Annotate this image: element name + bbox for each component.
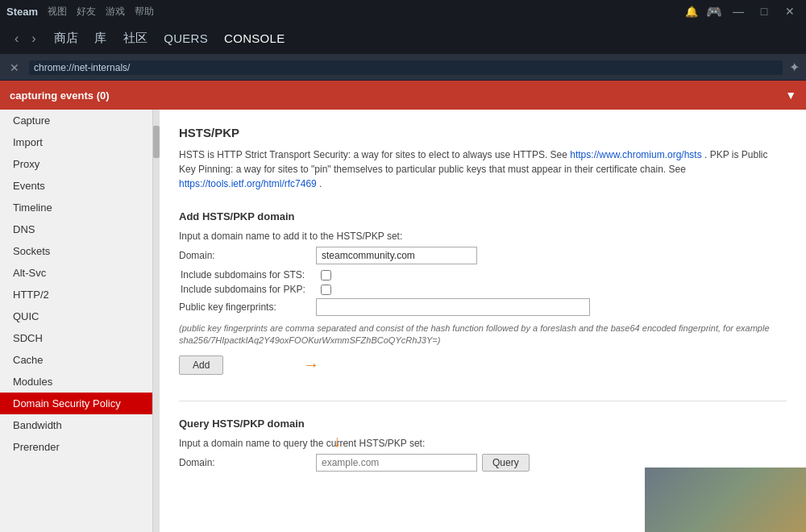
title-bar-controls: 🔔 🎮 — □ ✕ (683, 3, 800, 19)
nav-quers[interactable]: QUERS (164, 31, 208, 45)
main-title: HSTS/PKP (179, 126, 787, 139)
sidebar-scrolltrack[interactable] (153, 110, 160, 532)
domain-row: Domain: (179, 247, 787, 264)
rfc-link[interactable]: https://tools.ietf.org/html/rfc7469 (179, 178, 317, 189)
sidebar-item-cache[interactable]: Cache (0, 349, 152, 371)
public-key-input[interactable] (316, 298, 590, 316)
query-domain-input[interactable] (316, 454, 477, 472)
address-input[interactable] (29, 60, 783, 75)
sidebar-item-sdch[interactable]: SDCH (0, 327, 152, 349)
capture-arrow[interactable]: ▼ (785, 89, 796, 102)
notification-icon: 🔔 (683, 3, 700, 19)
address-bar: ✕ ✦ (0, 55, 806, 81)
sidebar-item-bandwidth[interactable]: Bandwidth (0, 414, 152, 436)
main-content: Capture Import Proxy Events Timeline DNS… (0, 110, 806, 532)
sidebar-item-quic[interactable]: QUIC (0, 305, 152, 327)
menu-friends[interactable]: 好友 (77, 5, 96, 19)
desc-text-3: . (319, 178, 322, 189)
title-bar-menus: Steam 视图 好友 游戏 帮助 (6, 5, 154, 19)
include-sts-checkbox[interactable] (321, 270, 331, 281)
nav-bar: ‹ › 商店 库 社区 QUERS CONSOLE (0, 23, 806, 55)
sidebar-item-capture[interactable]: Capture (0, 110, 152, 131)
sidebar-item-sockets[interactable]: Sockets (0, 240, 152, 262)
query-button[interactable]: Query (482, 454, 530, 472)
include-pkp-checkbox[interactable] (321, 285, 331, 295)
nav-community[interactable]: 社区 (123, 31, 148, 46)
nav-links: 商店 库 社区 QUERS CONSOLE (44, 31, 796, 46)
controller-icon: 🎮 (706, 4, 722, 19)
sidebar-item-http2[interactable]: HTTP/2 (0, 284, 152, 305)
query-instruction-row: Input a domain name to query the current… (179, 438, 787, 449)
query-domain-label: Domain: (179, 457, 316, 468)
domain-label: Domain: (179, 250, 316, 261)
sts-checkbox-row: Include subdomains for STS: (179, 269, 787, 281)
public-key-label: Public key fingerprints: (179, 301, 316, 313)
sidebar-item-events[interactable]: Events (0, 175, 152, 197)
query-instruction: Input a domain name to query the current… (179, 438, 425, 449)
maximize-button[interactable]: □ (754, 4, 774, 19)
minimize-button[interactable]: — (729, 4, 748, 19)
sidebar-item-import[interactable]: Import (0, 131, 152, 153)
menu-view[interactable]: 视图 (48, 5, 67, 19)
add-instruction-row: Input a domain name to add it to the HST… (179, 231, 787, 242)
sidebar-item-timeline[interactable]: Timeline (0, 197, 152, 218)
address-close-icon[interactable]: ✕ (6, 60, 23, 76)
title-bar: Steam 视图 好友 游戏 帮助 🔔 🎮 — □ ✕ (0, 0, 806, 23)
steam-logo[interactable]: Steam (6, 6, 38, 18)
sidebar-item-prerender[interactable]: Prerender (0, 436, 152, 458)
note-text: (public key fingerprints are comma separ… (179, 322, 787, 347)
forward-button[interactable]: › (27, 28, 40, 49)
domain-input[interactable] (316, 247, 477, 264)
back-button[interactable]: ‹ (10, 28, 23, 49)
include-sts-label: Include subdomains for STS: (181, 269, 316, 281)
capture-label: capturing events (0) (10, 89, 110, 102)
menu-games[interactable]: 游戏 (106, 5, 125, 19)
sidebar-item-proxy[interactable]: Proxy (0, 153, 152, 175)
refresh-icon: ✦ (789, 60, 800, 75)
sidebar-scrollthumb[interactable] (153, 126, 160, 158)
nav-shop[interactable]: 商店 (54, 31, 79, 46)
capture-bar: capturing events (0) ▼ (0, 81, 806, 110)
query-section-title: Query HSTS/PKP domain (179, 411, 787, 430)
hsts-link[interactable]: https://www.chromium.org/hsts (570, 149, 701, 160)
desc-text-1: HSTS is HTTP Strict Transport Security: … (179, 149, 570, 160)
arrow-indicator-1: → (303, 355, 319, 374)
sidebar: Capture Import Proxy Events Timeline DNS… (0, 110, 153, 532)
nav-console[interactable]: CONSOLE (224, 31, 285, 45)
section-divider (179, 401, 787, 401)
nav-library[interactable]: 库 (94, 31, 106, 46)
content-panel: HSTS/PKP HSTS is HTTP Strict Transport S… (160, 110, 806, 532)
add-section-title: Add HSTS/PKP domain (179, 204, 787, 222)
include-pkp-label: Include subdomains for PKP: (181, 284, 316, 295)
sidebar-item-dns[interactable]: DNS (0, 218, 152, 240)
pkp-checkbox-row: Include subdomains for PKP: (179, 284, 787, 295)
sidebar-item-domain-security[interactable]: Domain Security Policy (0, 393, 152, 414)
sidebar-item-modules[interactable]: Modules (0, 371, 152, 393)
add-instruction: Input a domain name to add it to the HST… (179, 231, 402, 242)
sidebar-item-alt-svc[interactable]: Alt-Svc (0, 262, 152, 284)
public-key-row: Public key fingerprints: (179, 298, 787, 316)
overlay-image (645, 468, 806, 532)
close-button[interactable]: ✕ (780, 4, 800, 19)
add-button[interactable]: Add (179, 355, 223, 375)
menu-help[interactable]: 帮助 (135, 5, 154, 19)
section-description: HSTS is HTTP Strict Transport Security: … (179, 148, 787, 191)
